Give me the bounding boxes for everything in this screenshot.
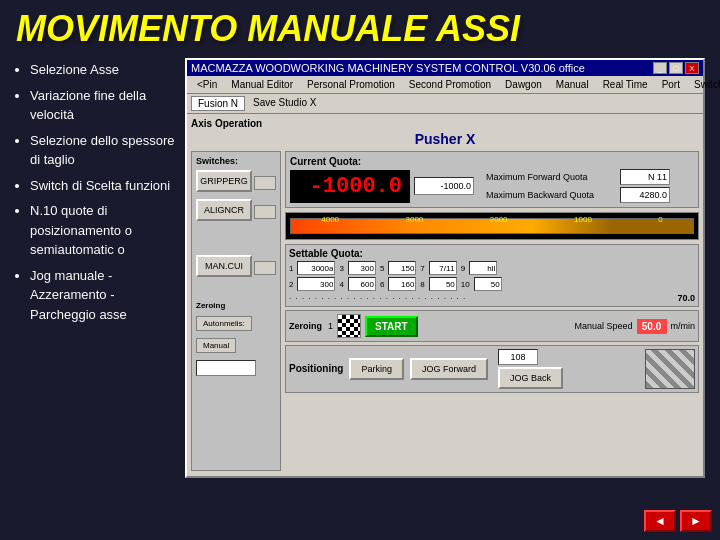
- prog-label-1000: 1000: [574, 215, 592, 224]
- menu-switch[interactable]: Switch: [688, 78, 720, 91]
- main-layout: Switches: GRIPPERG ALIGNCR MAN.CUI: [191, 151, 699, 471]
- progress-labels: 4000 3000 2000 1000 0: [286, 213, 698, 226]
- r2-v3[interactable]: [388, 277, 416, 291]
- menu-realtime[interactable]: Real Time: [597, 78, 654, 91]
- r2-n5: 10: [461, 280, 470, 289]
- aligncr-small-btn[interactable]: [254, 205, 276, 219]
- window-content: Axis Operation Pusher X Switches: GRIPPE…: [187, 114, 703, 470]
- mancut-small-btn[interactable]: [254, 261, 276, 275]
- progress-area: 4000 3000 2000 1000 0: [285, 212, 699, 240]
- zeroing-left-label: Zeroing: [196, 301, 276, 310]
- r2-v4[interactable]: [429, 277, 457, 291]
- right-panel: Current Quota: -1000.0 Maximum Forward Q…: [285, 151, 699, 471]
- prog-label-2000: 2000: [490, 215, 508, 224]
- max-forward-row: Maximum Forward Quota: [486, 169, 670, 185]
- start-row: 1 START: [328, 314, 418, 338]
- r1-n5: 9: [461, 264, 465, 273]
- jog-forward-button[interactable]: JOG Forward: [410, 358, 488, 380]
- speed-unit: m/min: [671, 321, 696, 331]
- prog-label-4000: 4000: [321, 215, 339, 224]
- menu-manual[interactable]: Manual: [550, 78, 595, 91]
- nav-prev-button[interactable]: ◄: [644, 510, 676, 532]
- prog-label-0: 0: [658, 215, 662, 224]
- prog-label-3000: 3000: [406, 215, 424, 224]
- manual-btn[interactable]: Manual: [196, 338, 236, 353]
- menu-personal[interactable]: Personal Promotion: [301, 78, 401, 91]
- parking-button[interactable]: Parking: [349, 358, 404, 380]
- r1-v2[interactable]: [348, 261, 376, 275]
- checker-icon: [337, 314, 361, 338]
- max-backward-row: Maximum Backward Quota: [486, 187, 670, 203]
- menu-dawgon[interactable]: Dawgon: [499, 78, 548, 91]
- current-quota-box: Current Quota: -1000.0 Maximum Forward Q…: [285, 151, 699, 208]
- submenu-save[interactable]: Save Studio X: [247, 96, 322, 111]
- bullet-2: Variazione fine della velocità: [30, 86, 180, 125]
- r1-n2: 3: [339, 264, 343, 273]
- zeroing-input[interactable]: [196, 360, 256, 376]
- bullet-list: Selezione Asse Variazione fine della vel…: [10, 60, 180, 330]
- minimize-button[interactable]: _: [653, 62, 667, 74]
- r1-v5[interactable]: [469, 261, 497, 275]
- r1-v3[interactable]: [388, 261, 416, 275]
- manual-speed: Manual Speed 50.0 m/min: [574, 319, 695, 334]
- submenu-fusion[interactable]: Fusion N: [191, 96, 245, 111]
- gripper-small-btn[interactable]: [254, 176, 276, 190]
- quota-input[interactable]: [414, 177, 474, 195]
- page-title: MOVIMENTO MANUALE ASSI: [0, 0, 720, 58]
- mancut-row: MAN.CUI: [196, 255, 276, 281]
- close-button[interactable]: X: [685, 62, 699, 74]
- positioning-section: Positioning Parking JOG Forward JOG Back: [285, 345, 699, 393]
- max-forward-input[interactable]: [620, 169, 670, 185]
- switches-title: Switches:: [196, 156, 276, 166]
- max-forward-label: Maximum Forward Quota: [486, 172, 616, 182]
- menu-pin[interactable]: <Pin: [191, 78, 223, 91]
- nav-next-button[interactable]: ►: [680, 510, 712, 532]
- row3-value: 70.0: [677, 293, 695, 303]
- bottom-nav: ◄ ►: [644, 510, 712, 532]
- auto-button[interactable]: Autonmelis:: [196, 316, 252, 331]
- positioning-label: Positioning: [289, 363, 343, 374]
- r2-v1[interactable]: [297, 277, 335, 291]
- window-controls: _ □ X: [653, 62, 699, 74]
- mancut-button[interactable]: MAN.CUI: [196, 255, 252, 277]
- position-input[interactable]: [498, 349, 538, 365]
- zeroing-left: Zeroing Autonmelis: Manual: [196, 301, 276, 376]
- settable-row-1: 1 3 5 7 9: [289, 261, 695, 275]
- r2-n2: 4: [339, 280, 343, 289]
- row3-dots: · · · · · · · · · · · · · · · · · · · · …: [289, 294, 673, 303]
- start-number: 1: [328, 321, 333, 331]
- max-backward-input[interactable]: [620, 187, 670, 203]
- aligncr-button[interactable]: ALIGNCR: [196, 199, 252, 221]
- bullet-5: N.10 quote di posizionamento o semiautom…: [30, 201, 180, 260]
- menu-manual-editor[interactable]: Manual Editor: [225, 78, 299, 91]
- window-titlebar: MACMAZZA WOODWORKING MACHINERY SYSTEM CO…: [187, 60, 703, 76]
- jog-back-button[interactable]: JOG Back: [498, 367, 563, 389]
- speed-value: 50.0: [637, 319, 667, 334]
- bullet-3: Selezione dello spessore di taglio: [30, 131, 180, 170]
- r1-n4: 7: [420, 264, 424, 273]
- start-button[interactable]: START: [365, 316, 418, 337]
- r2-n1: 2: [289, 280, 293, 289]
- max-backward-label: Maximum Backward Quota: [486, 190, 616, 200]
- gripper-button[interactable]: GRIPPERG: [196, 170, 252, 192]
- menu-port[interactable]: Port: [656, 78, 686, 91]
- maximize-button[interactable]: □: [669, 62, 683, 74]
- r1-v4[interactable]: [429, 261, 457, 275]
- settable-section: Settable Quota: 1 3 5 7 9: [285, 244, 699, 307]
- bullet-4: Switch di Scelta funzioni: [30, 176, 180, 196]
- zeroing-main-label: Zeroing: [289, 321, 322, 331]
- settable-row-2: 2 4 6 8 10: [289, 277, 695, 291]
- main-window: MACMAZZA WOODWORKING MACHINERY SYSTEM CO…: [185, 58, 705, 478]
- r1-n3: 5: [380, 264, 384, 273]
- aligncr-row: ALIGNCR: [196, 199, 276, 225]
- r2-v2[interactable]: [348, 277, 376, 291]
- display-row: -1000.0 Maximum Forward Quota Maximum Ba…: [290, 169, 694, 203]
- r1-v1[interactable]: [297, 261, 335, 275]
- window-title: MACMAZZA WOODWORKING MACHINERY SYSTEM CO…: [191, 62, 585, 74]
- submenu-bar: Fusion N Save Studio X: [187, 94, 703, 114]
- menu-second[interactable]: Second Promotion: [403, 78, 497, 91]
- pusher-title: Pusher X: [191, 131, 699, 147]
- r2-v5[interactable]: [474, 277, 502, 291]
- settable-label: Settable Quota:: [289, 248, 695, 259]
- diagonal-pattern-icon: [645, 349, 695, 389]
